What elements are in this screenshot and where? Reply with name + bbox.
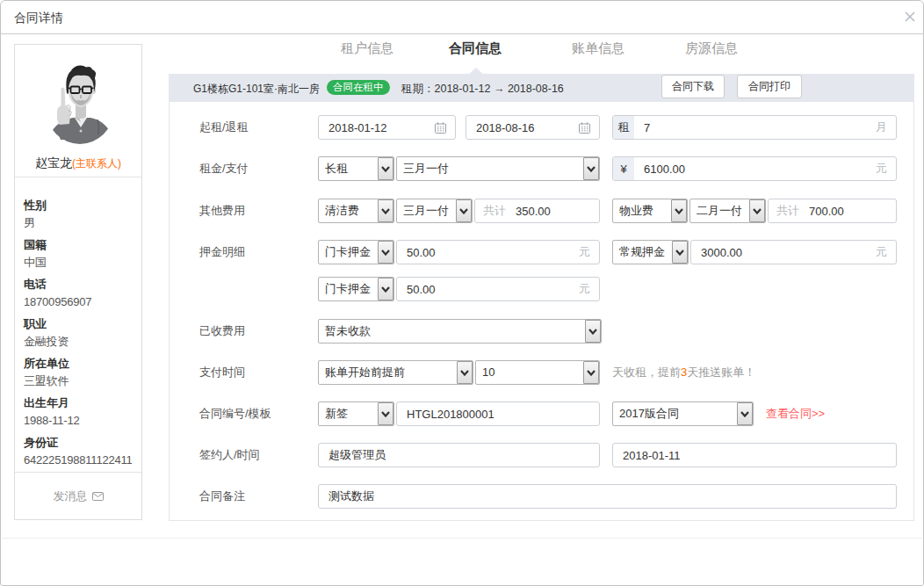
chevron-down-icon [749,199,765,222]
row-rent: 租金/支付 长租 三月一付 ¥ 元 [170,156,913,181]
deposit3-amount-input[interactable] [397,278,579,300]
calendar-icon[interactable] [578,121,599,134]
deposit2-amount-field[interactable]: 元 [690,240,897,264]
rent-amount-input[interactable] [634,157,876,180]
field-occupation: 职业 金融投资 [24,315,138,351]
chevron-down-icon [583,157,599,180]
deposit2-type-select[interactable]: 常规押金 [612,240,689,264]
start-date-input[interactable] [319,116,434,139]
tenant-profile: 赵宝龙(主联系人) [15,45,141,177]
row-remark: 合同备注 [170,484,913,509]
modal-header: 合同详情 [1,1,923,34]
field-id-card: 身份证 642225198811122411 [24,434,138,469]
row-deposit-extra: 门卡押金 元 [170,277,913,301]
chevron-down-icon [672,241,688,264]
tab-tenant-info[interactable]: 租户信息 [341,40,393,57]
pay-cycle-select[interactable]: 三月一付 [396,156,600,181]
end-date-field[interactable] [466,115,600,140]
remark-field[interactable] [318,484,897,509]
chevron-down-icon [583,361,599,384]
lease-period: 租期：2018-01-12 → 2018-08-16 [401,82,564,97]
download-contract-button[interactable]: 合同下载 [661,75,725,98]
chevron-down-icon [378,241,393,264]
deposit1-amount-field[interactable]: 元 [396,240,600,264]
calendar-icon[interactable] [434,121,455,134]
deposit3-type-select[interactable]: 门卡押金 [318,277,394,301]
field-nationality: 国籍 中国 [24,236,138,271]
contract-detail-modal: 合同详情 租户信息 合同信息 账单信息 房源信息 [0,0,924,586]
modal-title: 合同详情 [14,11,63,26]
chevron-down-icon [378,402,393,425]
rent-term-select[interactable]: 长租 [318,156,394,181]
view-contract-link[interactable]: 查看合同>> [766,402,825,426]
sign-type-select[interactable]: 新签 [318,402,394,426]
field-company: 所在单位 三盟软件 [24,355,138,390]
start-date-field[interactable] [318,115,456,140]
row-contract-no: 合同编号/模板 新签 2017版合同 查看合同>> [170,402,913,426]
pay-mode-select[interactable]: 账单开始前提前 [318,360,473,385]
footer-divider [2,538,922,539]
envelope-icon [92,492,104,501]
rent-amount-field[interactable]: ¥ 元 [612,156,897,181]
tenant-sidebar: 赵宝龙(主联系人) 性别 男 国籍 中国 电话 18700956907 职业 金… [14,44,142,520]
send-message-button[interactable]: 发消息 [15,472,141,519]
fee1-total-field[interactable]: 共计 [474,199,600,223]
contract-summary-bar: G1楼栋G1-101室·南北一房 合同在租中 租期：2018-01-12 → 2… [169,74,914,102]
fee2-total-input[interactable] [799,199,896,222]
signer-field[interactable] [318,443,600,467]
tenant-name-line: 赵宝龙(主联系人) [15,156,141,171]
fee2-cycle-select[interactable]: 二月一付 [689,199,766,223]
rent-duration-field[interactable]: 租 月 [612,115,897,140]
row-other-fees: 其他费用 清洁费 三月一付 共计 物业费 二月一付 共计 [170,199,913,223]
fee2-total-field[interactable]: 共计 [768,199,897,223]
chevron-down-icon [737,402,753,425]
tenant-name: 赵宝龙 [35,156,72,170]
chevron-down-icon [457,361,473,384]
row-dates: 起租/退租 租 月 [170,115,913,140]
row-pay-time: 支付时间 账单开始前提前 10 天收租，提前3天推送账单！ [170,360,913,385]
status-badge: 合同在租中 [327,80,390,95]
row-signer: 签约人/时间 [170,443,913,467]
fee1-total-input[interactable] [506,199,599,222]
chevron-down-icon [456,199,472,222]
field-gender: 性别 男 [24,197,138,232]
row-deposit: 押金明细 门卡押金 元 常规押金 元 [170,240,913,264]
pay-time-note: 天收租，提前3天推送账单！ [612,360,755,385]
chevron-down-icon [671,199,687,222]
pay-days-select[interactable]: 10 [475,360,600,385]
chevron-down-icon [378,157,393,180]
row-received: 已收费用 暂未收款 [170,319,913,344]
room-address: G1楼栋G1-101室·南北一房 [193,82,320,97]
sign-date-field[interactable] [612,443,897,467]
field-birthday: 出生年月 1988-11-12 [24,394,138,430]
contract-number-input[interactable] [397,402,599,425]
tenant-avatar [40,57,117,145]
signer-input[interactable] [319,444,599,467]
close-icon[interactable] [903,10,917,24]
tenant-name-tag: (主联系人) [72,157,121,170]
received-fees-select[interactable]: 暂未收款 [318,319,602,344]
sign-date-input[interactable] [613,444,896,467]
contract-info-panel: G1楼栋G1-101室·南北一房 合同在租中 租期：2018-01-12 → 2… [169,74,914,521]
rent-duration-input[interactable] [634,116,876,139]
chevron-down-icon [378,199,393,222]
deposit2-amount-input[interactable] [691,241,876,264]
chevron-down-icon [378,278,393,300]
tab-bill-info[interactable]: 账单信息 [572,40,624,57]
end-date-input[interactable] [466,116,578,139]
remark-input[interactable] [319,485,896,508]
print-contract-button[interactable]: 合同打印 [737,75,802,98]
deposit3-amount-field[interactable]: 元 [396,277,600,301]
fee1-type-select[interactable]: 清洁费 [318,199,394,223]
contract-number-field[interactable] [396,402,600,426]
tenant-fields: 性别 男 国籍 中国 电话 18700956907 职业 金融投资 所在单位 三… [24,197,138,474]
deposit1-type-select[interactable]: 门卡押金 [318,240,394,264]
field-phone: 电话 18700956907 [24,276,138,311]
tab-contract-info[interactable]: 合同信息 [449,40,502,57]
fee1-cycle-select[interactable]: 三月一付 [396,199,473,223]
active-tab-pointer [469,68,483,74]
contract-template-select[interactable]: 2017版合同 [612,402,754,426]
tab-house-info[interactable]: 房源信息 [685,40,738,57]
deposit1-amount-input[interactable] [397,241,579,264]
fee2-type-select[interactable]: 物业费 [612,199,688,223]
